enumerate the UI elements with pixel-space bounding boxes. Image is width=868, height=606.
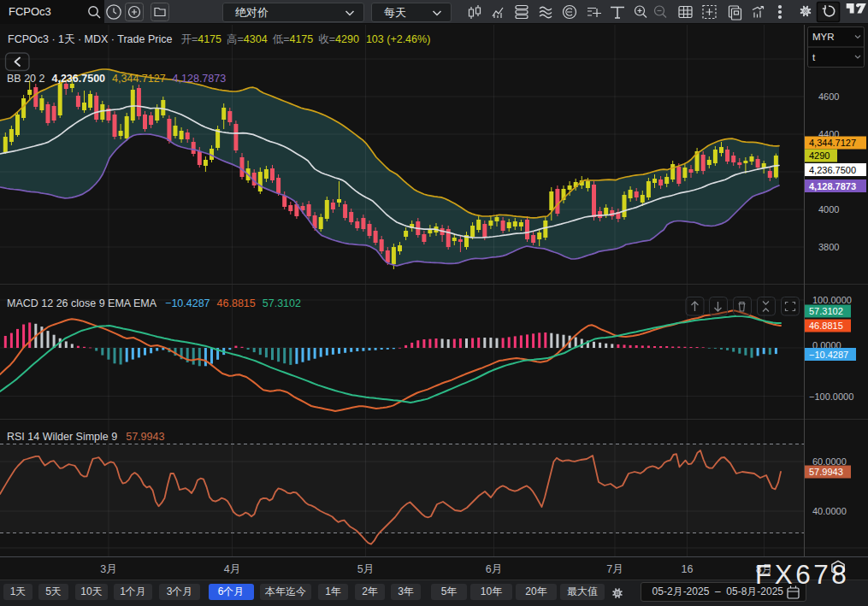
svg-text:4月: 4月	[224, 563, 240, 575]
svg-text:4,236.7500: 4,236.7500	[809, 165, 856, 175]
svg-text:57.3102: 57.3102	[809, 306, 843, 316]
svg-text:RSI 14 Wilder Simple 957.9943: RSI 14 Wilder Simple 957.9943	[7, 431, 164, 443]
svg-text:5月: 5月	[357, 563, 374, 575]
svg-text:3月: 3月	[100, 563, 116, 575]
svg-text:60.0000: 60.0000	[812, 456, 847, 467]
svg-text:7月: 7月	[606, 563, 623, 575]
svg-text:4000: 4000	[818, 204, 839, 215]
svg-text:4600: 4600	[818, 91, 839, 102]
svg-text:46.8815: 46.8815	[809, 321, 843, 331]
svg-text:57.9943: 57.9943	[809, 467, 843, 477]
svg-text:6月: 6月	[486, 563, 502, 575]
svg-text:MYR: MYR	[812, 32, 835, 42]
svg-text:40.0000: 40.0000	[812, 506, 847, 516]
svg-text:8月: 8月	[756, 563, 772, 575]
svg-text:−10.4287: −10.4287	[809, 350, 848, 360]
svg-text:4290: 4290	[809, 150, 830, 161]
svg-text:FCPOc3 · 1天 · MDX · Trade Pric: FCPOc3 · 1天 · MDX · Trade Price开=4175高=4…	[8, 33, 430, 45]
svg-text:BB 20 24,236.75004,344.71274,1: BB 20 24,236.75004,344.71274,128.7873	[7, 73, 226, 85]
svg-text:16: 16	[682, 563, 694, 575]
svg-text:3800: 3800	[818, 242, 839, 252]
svg-text:4,344.7127: 4,344.7127	[809, 138, 856, 148]
svg-text:−100.0000: −100.0000	[809, 391, 853, 402]
svg-text:100.0000: 100.0000	[812, 295, 852, 305]
svg-text:4,128.7873: 4,128.7873	[809, 181, 856, 191]
